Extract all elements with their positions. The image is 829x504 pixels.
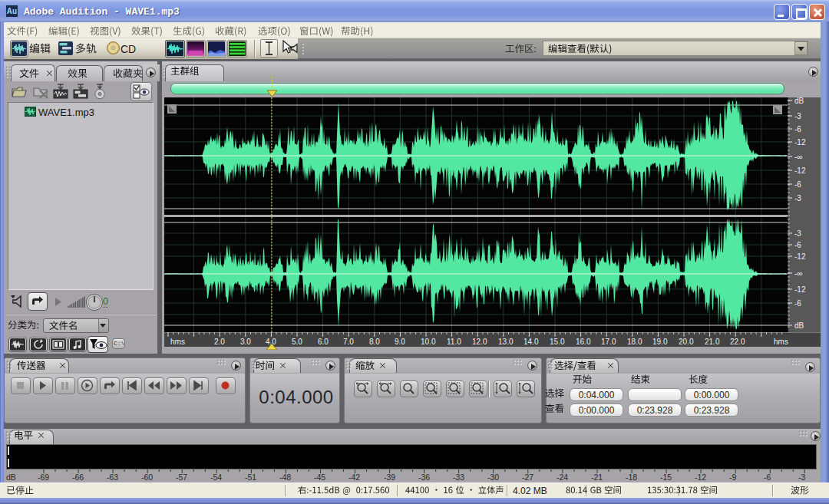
svg-text:-18: -18	[626, 473, 637, 482]
svg-text:-66: -66	[72, 473, 84, 482]
svg-text:-69: -69	[38, 473, 49, 482]
svg-text:9.0: 9.0	[395, 338, 405, 346]
svg-text:13.0: 13.0	[498, 338, 514, 346]
svg-text:15.0: 15.0	[550, 338, 565, 346]
svg-text:-6: -6	[764, 473, 771, 482]
svg-text:7.0: 7.0	[343, 338, 354, 346]
svg-text:-45: -45	[314, 473, 325, 482]
svg-text:-3: -3	[794, 229, 801, 238]
svg-text:-3: -3	[794, 194, 801, 203]
svg-text:-24: -24	[557, 473, 568, 482]
svg-text:12.0: 12.0	[472, 338, 487, 346]
svg-text:-∞: -∞	[794, 153, 802, 161]
svg-text:-63: -63	[107, 473, 118, 482]
svg-text:14.0: 14.0	[523, 338, 539, 346]
svg-text:-42: -42	[348, 473, 360, 482]
svg-text:-21: -21	[591, 473, 603, 482]
svg-text:-6: -6	[794, 299, 801, 308]
svg-text:22.0: 22.0	[730, 338, 745, 346]
svg-text:-12: -12	[794, 138, 806, 147]
svg-text:-12: -12	[794, 252, 806, 261]
svg-text:-33: -33	[453, 473, 464, 482]
svg-text:11.0: 11.0	[447, 338, 461, 346]
svg-text:-48: -48	[279, 473, 291, 482]
svg-text:-51: -51	[245, 473, 256, 482]
svg-text:-57: -57	[176, 473, 187, 482]
svg-text:19.0: 19.0	[652, 338, 668, 346]
svg-text:hms: hms	[774, 338, 788, 346]
svg-text:-3: -3	[798, 473, 805, 482]
svg-text:-6: -6	[794, 180, 801, 189]
svg-text:-60: -60	[141, 473, 153, 482]
svg-text:-30: -30	[487, 473, 499, 482]
svg-text:-∞: -∞	[794, 269, 802, 278]
svg-text:-15: -15	[660, 473, 672, 482]
svg-text:17.0: 17.0	[601, 338, 616, 346]
svg-text:dB: dB	[794, 97, 804, 105]
svg-text:10.0: 10.0	[421, 338, 436, 346]
svg-text:-36: -36	[418, 473, 430, 482]
svg-text:-54: -54	[210, 473, 222, 482]
svg-text:18.0: 18.0	[627, 338, 642, 346]
svg-text:3.0: 3.0	[240, 338, 251, 346]
svg-text:-3: -3	[794, 112, 801, 120]
svg-text:-39: -39	[384, 473, 395, 482]
svg-text:20.0: 20.0	[679, 338, 694, 346]
svg-text:8.0: 8.0	[369, 338, 380, 346]
svg-text:16.0: 16.0	[576, 338, 591, 346]
svg-text:dB: dB	[6, 473, 16, 482]
svg-text:hms: hms	[170, 338, 185, 346]
svg-text:2.0: 2.0	[214, 338, 225, 346]
svg-text:21.0: 21.0	[705, 338, 720, 346]
svg-text:-12: -12	[794, 285, 806, 294]
svg-text:6.0: 6.0	[318, 338, 329, 346]
svg-text:-6: -6	[794, 125, 801, 133]
svg-text:-6: -6	[794, 241, 801, 249]
svg-text:-12: -12	[794, 166, 806, 175]
svg-text:-9: -9	[729, 473, 736, 482]
svg-text:-12: -12	[695, 473, 706, 482]
svg-text:-27: -27	[522, 473, 533, 482]
svg-text:dB: dB	[794, 321, 804, 330]
svg-text:5.0: 5.0	[292, 338, 302, 346]
